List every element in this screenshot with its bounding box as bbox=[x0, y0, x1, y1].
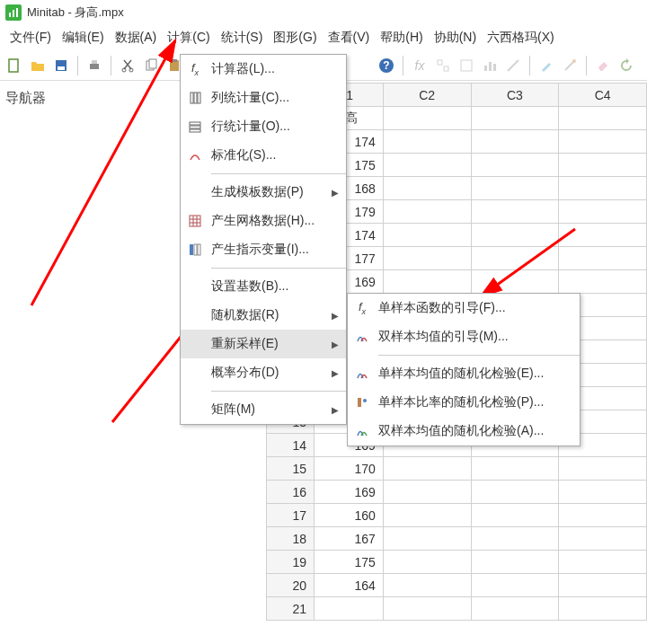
cell[interactable] bbox=[471, 224, 559, 247]
menu-sixsigma[interactable]: 六西格玛(X) bbox=[483, 27, 559, 49]
cell[interactable] bbox=[471, 481, 559, 504]
menu-calc[interactable]: 计算(C) bbox=[163, 27, 214, 49]
cell[interactable] bbox=[471, 177, 559, 200]
refresh-icon[interactable] bbox=[617, 57, 635, 75]
cell[interactable] bbox=[559, 177, 647, 200]
cell[interactable] bbox=[383, 247, 471, 270]
cell[interactable] bbox=[383, 457, 471, 481]
cell[interactable] bbox=[559, 527, 647, 551]
cell[interactable]: 167 bbox=[315, 527, 384, 551]
cell[interactable] bbox=[471, 504, 559, 527]
cell[interactable] bbox=[471, 130, 559, 154]
col-header[interactable]: C2 bbox=[383, 84, 471, 107]
cell[interactable] bbox=[559, 551, 647, 574]
menu-view[interactable]: 查看(V) bbox=[324, 27, 375, 49]
submenu-item[interactable]: 双样本均值的引导(M)... bbox=[348, 322, 580, 351]
menu-item[interactable]: 设置基数(B)... bbox=[181, 272, 346, 301]
menu-edit[interactable]: 编辑(E) bbox=[58, 27, 109, 49]
cell[interactable] bbox=[471, 270, 559, 294]
submenu-item[interactable]: 双样本均值的随机化检验(A)... bbox=[348, 417, 580, 446]
submenu-item[interactable]: fx 单样本函数的引导(F)... bbox=[348, 294, 580, 322]
menu-item[interactable]: 概率分布(D) ▶ bbox=[181, 358, 346, 387]
cell[interactable] bbox=[383, 200, 471, 224]
cell[interactable] bbox=[559, 224, 647, 247]
row-header[interactable]: 21 bbox=[267, 597, 315, 621]
menu-item[interactable]: 随机数据(R) ▶ bbox=[181, 301, 346, 330]
cell[interactable] bbox=[471, 107, 559, 130]
cell[interactable] bbox=[315, 597, 384, 621]
cell[interactable] bbox=[559, 481, 647, 504]
cell[interactable]: 170 bbox=[315, 457, 384, 481]
fx-icon[interactable]: fx bbox=[411, 57, 429, 75]
cell[interactable] bbox=[471, 597, 559, 621]
menu-item[interactable]: 矩阵(M) ▶ bbox=[181, 395, 346, 424]
row-header[interactable]: 15 bbox=[267, 457, 315, 481]
cell[interactable]: 175 bbox=[315, 551, 384, 574]
print-icon[interactable] bbox=[85, 57, 103, 75]
cell[interactable]: 164 bbox=[315, 574, 384, 597]
row-header[interactable]: 17 bbox=[267, 504, 315, 527]
row-header[interactable]: 20 bbox=[267, 574, 315, 597]
menu-item[interactable]: 产生网格数据(H)... bbox=[181, 207, 346, 235]
cell[interactable] bbox=[471, 247, 559, 270]
open-icon[interactable] bbox=[29, 57, 47, 75]
menu-stat[interactable]: 统计(S) bbox=[217, 27, 268, 49]
cell[interactable] bbox=[559, 200, 647, 224]
cell[interactable] bbox=[383, 481, 471, 504]
menu-item[interactable]: fx 计算器(L)... bbox=[181, 55, 346, 84]
cell[interactable] bbox=[471, 551, 559, 574]
brush-icon[interactable] bbox=[537, 57, 555, 75]
cell[interactable] bbox=[559, 107, 647, 130]
cell[interactable]: 160 bbox=[315, 504, 384, 527]
copy-icon[interactable] bbox=[142, 57, 160, 75]
cell[interactable] bbox=[559, 270, 647, 294]
cell[interactable] bbox=[383, 527, 471, 551]
menu-item[interactable]: 产生指示变量(I)... bbox=[181, 235, 346, 264]
menu-item[interactable]: 重新采样(E) ▶ bbox=[181, 330, 346, 358]
cell[interactable] bbox=[559, 130, 647, 154]
cell[interactable]: 169 bbox=[315, 481, 384, 504]
chart-icon[interactable] bbox=[481, 57, 499, 75]
menu-item[interactable]: 标准化(S)... bbox=[181, 141, 346, 170]
cell[interactable] bbox=[383, 504, 471, 527]
cell[interactable] bbox=[383, 107, 471, 130]
submenu-item[interactable]: 单样本均值的随机化检验(E)... bbox=[348, 359, 580, 388]
menu-help[interactable]: 帮助(H) bbox=[376, 27, 427, 49]
save-icon[interactable] bbox=[52, 57, 70, 75]
wand-icon[interactable] bbox=[561, 57, 579, 75]
cell[interactable] bbox=[383, 154, 471, 177]
cell[interactable] bbox=[559, 247, 647, 270]
menu-assist[interactable]: 协助(N) bbox=[430, 27, 481, 49]
help-icon[interactable]: ? bbox=[377, 57, 395, 75]
menu-item[interactable]: 行统计量(O)... bbox=[181, 112, 346, 141]
cell[interactable] bbox=[471, 154, 559, 177]
cell[interactable] bbox=[383, 130, 471, 154]
menu-item[interactable]: 生成模板数据(P) ▶ bbox=[181, 178, 346, 207]
tool-icon[interactable] bbox=[504, 57, 522, 75]
eraser-icon[interactable] bbox=[594, 57, 612, 75]
cut-icon[interactable] bbox=[119, 57, 137, 75]
cell[interactable] bbox=[383, 597, 471, 621]
cell[interactable] bbox=[383, 574, 471, 597]
cell[interactable] bbox=[471, 200, 559, 224]
cell[interactable] bbox=[559, 154, 647, 177]
cell[interactable] bbox=[559, 574, 647, 597]
menu-data[interactable]: 数据(A) bbox=[111, 27, 162, 49]
cell[interactable] bbox=[383, 224, 471, 247]
cell[interactable] bbox=[383, 551, 471, 574]
row-header[interactable]: 14 bbox=[267, 434, 315, 457]
tool-icon[interactable] bbox=[457, 57, 475, 75]
tool-icon[interactable] bbox=[434, 57, 452, 75]
col-header[interactable]: C3 bbox=[471, 84, 559, 107]
menu-item[interactable]: 列统计量(C)... bbox=[181, 84, 346, 112]
col-header[interactable]: C4 bbox=[559, 84, 647, 107]
cell[interactable] bbox=[559, 504, 647, 527]
cell[interactable] bbox=[471, 527, 559, 551]
cell[interactable] bbox=[559, 457, 647, 481]
row-header[interactable]: 18 bbox=[267, 527, 315, 551]
row-header[interactable]: 19 bbox=[267, 551, 315, 574]
cell[interactable] bbox=[559, 597, 647, 621]
menu-graph[interactable]: 图形(G) bbox=[269, 27, 321, 49]
cell[interactable] bbox=[383, 177, 471, 200]
cell[interactable] bbox=[471, 457, 559, 481]
